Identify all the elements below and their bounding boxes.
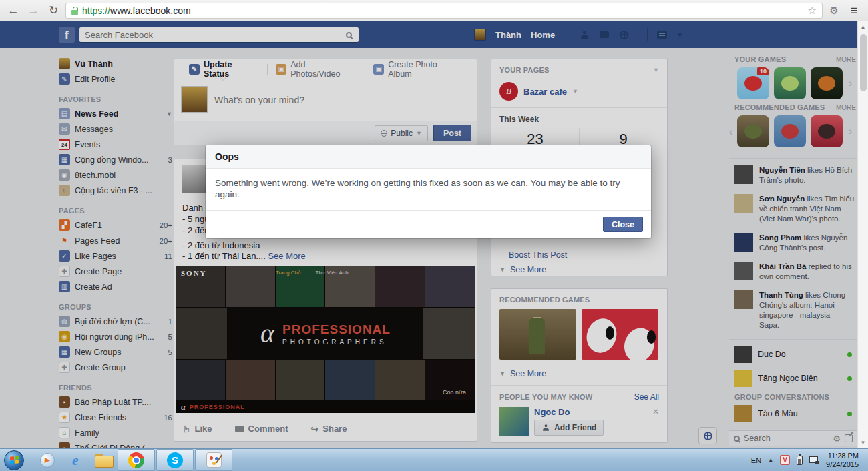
vietkey-tray-icon[interactable]: V [780, 455, 790, 465]
taskbar-chrome-active[interactable] [118, 449, 155, 471]
chrome-icon [128, 452, 144, 468]
url-host: www.facebook.com [110, 5, 191, 16]
scrollbar-thumb[interactable] [860, 34, 867, 91]
scroll-down-icon[interactable]: ▼ [861, 437, 866, 448]
scroll-up-icon[interactable]: ▲ [861, 21, 866, 33]
clock-date: 9/24/2015 [826, 460, 859, 469]
folder-icon [95, 454, 112, 466]
reload-button[interactable]: ↻ [45, 3, 61, 19]
extension-icon[interactable]: ⚙ [827, 5, 841, 17]
close-button[interactable]: Close [603, 217, 643, 232]
back-button[interactable]: ← [5, 3, 21, 19]
taskbar-paint-active[interactable] [195, 449, 232, 471]
taskbar-skype-active[interactable]: S [156, 449, 194, 471]
https-lock-icon [71, 7, 78, 15]
dialog-message: Something went wrong. We're working on g… [206, 169, 651, 210]
screen: ← → ↻ https://www.facebook.com ☆ ⚙ ≡ f T… [0, 0, 868, 471]
skype-icon: S [167, 452, 183, 468]
network-icon[interactable] [809, 456, 819, 464]
windows-logo-icon [10, 456, 19, 464]
paint-icon [206, 452, 222, 468]
page-scrollbar[interactable]: ▲ ▼ [857, 21, 868, 448]
bookmark-star-icon[interactable]: ☆ [808, 5, 817, 17]
dialog-title: Oops [206, 145, 651, 169]
clock-time: 11:28 PM [826, 452, 859, 460]
hidden-icons-caret-icon[interactable]: ▲ [768, 457, 773, 463]
battery-icon[interactable] [797, 456, 803, 465]
url-scheme: https:// [82, 5, 110, 16]
taskbar-media-player[interactable]: ▶ [33, 449, 61, 471]
windows-taskbar: ▶ e S EN ▲ V 11:28 PM 9/24/2015 [0, 448, 868, 471]
forward-button[interactable]: → [25, 3, 41, 19]
internet-explorer-icon: e [72, 452, 79, 469]
taskbar-internet-explorer[interactable]: e [61, 449, 89, 471]
error-dialog: Oops Something went wrong. We're working… [206, 145, 651, 238]
facebook-page: f Thành Home ▼ [0, 21, 868, 448]
language-indicator[interactable]: EN [751, 456, 761, 464]
system-tray: EN ▲ V 11:28 PM 9/24/2015 [751, 452, 868, 469]
address-bar[interactable]: https://www.facebook.com ☆ [65, 3, 823, 19]
start-button[interactable] [4, 450, 24, 470]
browser-chrome: ← → ↻ https://www.facebook.com ☆ ⚙ ≡ [0, 0, 868, 21]
browser-menu-icon[interactable]: ≡ [845, 3, 863, 18]
taskbar-clock[interactable]: 11:28 PM 9/24/2015 [826, 452, 861, 469]
taskbar-file-explorer[interactable] [89, 449, 118, 471]
media-player-icon: ▶ [40, 453, 55, 468]
